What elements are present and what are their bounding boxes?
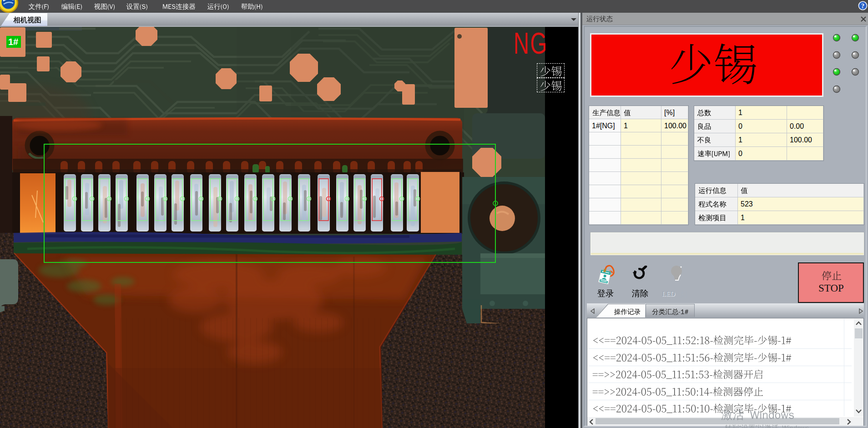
- svg-text:?: ?: [861, 3, 864, 10]
